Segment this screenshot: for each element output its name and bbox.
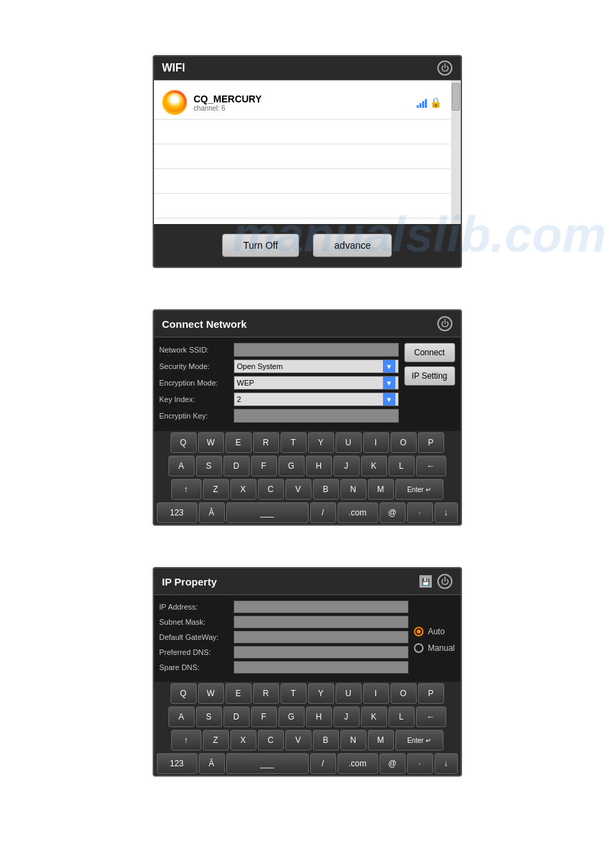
- ip-key-e[interactable]: E: [226, 683, 252, 704]
- connect-power-icon[interactable]: ⏻: [437, 316, 452, 331]
- key-w[interactable]: W: [198, 432, 224, 453]
- wifi-list: CQ_MERCURY channel: 6 🔒: [154, 80, 461, 224]
- key-a-special[interactable]: Ā: [199, 502, 225, 523]
- ip-key-x[interactable]: X: [230, 730, 256, 750]
- ip-key-r[interactable]: R: [253, 683, 279, 704]
- ip-key-a-special[interactable]: Ā: [199, 753, 225, 774]
- preferred-dns-input[interactable]: [234, 646, 409, 658]
- key-g[interactable]: G: [278, 456, 305, 476]
- spare-dns-input[interactable]: [234, 661, 409, 674]
- key-shift[interactable]: ↑: [171, 479, 201, 500]
- key-down[interactable]: ↓: [435, 502, 458, 523]
- ip-key-shift[interactable]: ↑: [171, 730, 201, 750]
- ip-key-t[interactable]: T: [281, 683, 307, 704]
- key-z[interactable]: Z: [203, 479, 229, 500]
- ip-address-input[interactable]: [234, 601, 409, 613]
- ip-key-c[interactable]: C: [258, 730, 284, 750]
- ip-key-p[interactable]: P: [418, 683, 444, 704]
- ip-key-v[interactable]: V: [285, 730, 311, 750]
- key-dot[interactable]: ·: [407, 502, 433, 523]
- ssid-input[interactable]: [234, 343, 399, 357]
- key-l[interactable]: L: [388, 456, 415, 476]
- key-k[interactable]: K: [361, 456, 387, 476]
- ip-key-w[interactable]: W: [198, 683, 224, 704]
- ip-key-f[interactable]: F: [251, 706, 277, 727]
- key-slash[interactable]: /: [310, 502, 336, 523]
- wifi-power-icon[interactable]: ⏻: [437, 60, 452, 76]
- spare-dns-row: Spare DNS:: [160, 661, 409, 674]
- save-icon[interactable]: 💾: [419, 575, 432, 588]
- ip-key-down[interactable]: ↓: [435, 753, 458, 774]
- key-p[interactable]: P: [418, 432, 444, 453]
- connect-button[interactable]: Connect: [404, 343, 455, 362]
- key-x[interactable]: X: [230, 479, 256, 500]
- ip-key-s[interactable]: S: [196, 706, 222, 727]
- subnet-mask-input[interactable]: [234, 616, 409, 628]
- key-a[interactable]: A: [168, 456, 195, 476]
- radio-auto[interactable]: Auto: [414, 627, 454, 636]
- ip-key-m[interactable]: M: [368, 730, 394, 750]
- ip-key-dotcom[interactable]: .com: [338, 753, 378, 774]
- bar3: [422, 101, 424, 108]
- encryption-mode-select[interactable]: WEP ▼: [234, 376, 399, 390]
- ip-key-slash[interactable]: /: [310, 753, 336, 774]
- ip-key-l[interactable]: L: [388, 706, 415, 727]
- ip-key-z[interactable]: Z: [203, 730, 229, 750]
- default-gateway-input[interactable]: [234, 631, 409, 643]
- key-t[interactable]: T: [281, 432, 307, 453]
- key-e[interactable]: E: [226, 432, 252, 453]
- ip-key-space[interactable]: ___: [226, 753, 309, 774]
- key-at[interactable]: @: [380, 502, 406, 523]
- ip-key-enter[interactable]: Enter ↵: [395, 730, 443, 750]
- key-c[interactable]: C: [258, 479, 284, 500]
- ip-key-k[interactable]: K: [361, 706, 387, 727]
- ip-key-at[interactable]: @: [380, 753, 406, 774]
- ip-key-h[interactable]: H: [306, 706, 332, 727]
- key-f[interactable]: F: [251, 456, 277, 476]
- key-n[interactable]: N: [340, 479, 366, 500]
- key-i[interactable]: I: [363, 432, 389, 453]
- security-mode-select[interactable]: Open System ▼: [234, 359, 399, 373]
- key-j[interactable]: J: [333, 456, 360, 476]
- ip-key-j[interactable]: J: [333, 706, 360, 727]
- ip-key-dot[interactable]: ·: [407, 753, 433, 774]
- ip-power-icon[interactable]: ⏻: [437, 574, 452, 589]
- encryption-key-input[interactable]: [234, 409, 399, 423]
- wifi-network-item[interactable]: CQ_MERCURY channel: 6 🔒: [154, 86, 450, 120]
- ip-key-q[interactable]: Q: [171, 683, 197, 704]
- scrollbar-track[interactable]: [451, 80, 461, 224]
- key-index-select[interactable]: 2 ▼: [234, 392, 399, 406]
- ip-key-b[interactable]: B: [313, 730, 339, 750]
- key-r[interactable]: R: [253, 432, 279, 453]
- ip-key-g[interactable]: G: [278, 706, 305, 727]
- key-b[interactable]: B: [313, 479, 339, 500]
- ip-key-i[interactable]: I: [363, 683, 389, 704]
- key-h[interactable]: H: [306, 456, 332, 476]
- radio-manual[interactable]: Manual: [414, 643, 454, 653]
- key-o[interactable]: O: [391, 432, 417, 453]
- ip-setting-button[interactable]: IP Setting: [404, 366, 455, 386]
- key-dotcom[interactable]: .com: [338, 502, 378, 523]
- key-space[interactable]: ___: [226, 502, 309, 523]
- ip-key-u[interactable]: U: [336, 683, 362, 704]
- ip-key-a[interactable]: A: [168, 706, 195, 727]
- ip-key-y[interactable]: Y: [308, 683, 334, 704]
- ip-key-backspace[interactable]: ←: [416, 706, 446, 727]
- turn-off-button[interactable]: Turn Off: [222, 234, 300, 257]
- key-q[interactable]: Q: [171, 432, 197, 453]
- ip-key-123[interactable]: 123: [157, 753, 197, 774]
- key-s[interactable]: S: [196, 456, 222, 476]
- key-u[interactable]: U: [336, 432, 362, 453]
- scrollbar-thumb[interactable]: [452, 83, 460, 111]
- key-backspace[interactable]: ←: [416, 456, 446, 476]
- ip-key-o[interactable]: O: [391, 683, 417, 704]
- ip-key-n[interactable]: N: [340, 730, 366, 750]
- key-123[interactable]: 123: [157, 502, 197, 523]
- key-d[interactable]: D: [223, 456, 250, 476]
- ip-key-d[interactable]: D: [223, 706, 250, 727]
- key-m[interactable]: M: [368, 479, 394, 500]
- key-enter[interactable]: Enter ↵: [395, 479, 443, 500]
- key-v[interactable]: V: [285, 479, 311, 500]
- advance-button[interactable]: advance: [313, 234, 392, 257]
- key-y[interactable]: Y: [308, 432, 334, 453]
